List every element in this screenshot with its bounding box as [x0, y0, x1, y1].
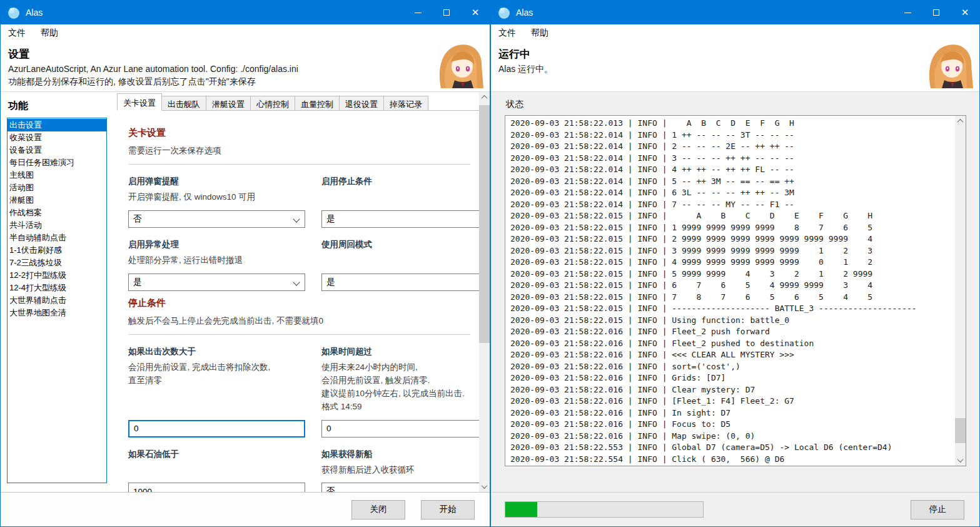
maximize-button[interactable] — [432, 1, 461, 24]
stop-button[interactable]: 停止 — [911, 500, 964, 519]
sidebar-item[interactable]: 7-2三战拣垃圾 — [8, 257, 106, 269]
section-heading: 关卡设置 — [128, 127, 470, 139]
sidebar-item[interactable]: 设备设置 — [8, 144, 106, 156]
field-description: 处理部分异常, 运行出错时撤退 — [128, 254, 305, 267]
tab-关卡设置[interactable]: 关卡设置 — [117, 93, 162, 111]
scroll-down-icon[interactable] — [479, 481, 490, 492]
minimize-button[interactable] — [893, 1, 922, 24]
settings-footer: 关闭 开始 — [1, 492, 490, 526]
maximize-icon — [933, 9, 939, 16]
close-button[interactable]: ✕ — [461, 1, 490, 24]
field-启用弹窗提醒: 启用弹窗提醒开启弹窗提醒, 仅 windows10 可用否 — [128, 176, 305, 228]
window-title: Alas — [26, 8, 403, 18]
maximize-icon — [443, 9, 450, 16]
dropdown-select[interactable]: 否 — [128, 210, 305, 228]
field-description: 开启弹窗提醒, 仅 windows10 可用 — [128, 191, 305, 204]
tab-心情控制[interactable]: 心情控制 — [251, 96, 295, 111]
window-title: Alas — [516, 8, 893, 18]
menu-item-文件[interactable]: 文件 — [8, 28, 26, 39]
settings-tabbar: 关卡设置出击舰队潜艇设置心情控制血量控制退役设置掉落记录 — [117, 93, 479, 111]
scroll-up-icon[interactable] — [479, 92, 490, 103]
scrollbar-thumb[interactable] — [479, 105, 490, 343]
settings-panel: 关卡设置需要运行一次来保存选项启用弹窗提醒开启弹窗提醒, 仅 windows10… — [117, 111, 479, 492]
field-label: 启用停止条件 — [321, 176, 479, 187]
tab-退役设置[interactable]: 退役设置 — [340, 96, 384, 111]
minimize-icon — [415, 13, 422, 13]
log-output[interactable]: 2020-09-03 21:58:22.013 | INFO | A B C D… — [505, 116, 955, 466]
settings-main: 关卡设置出击舰队潜艇设置心情控制血量控制退役设置掉落记录 关卡设置需要运行一次来… — [112, 92, 479, 492]
field-row: 如果石油低于1000如果获得新船获得新船后进入收获循环否 — [128, 449, 470, 492]
dropdown-select[interactable]: 否 — [321, 483, 479, 492]
field-label: 如果石油低于 — [128, 449, 305, 460]
function-sidebar: 功能 出击设置收菜设置设备设置每日任务困难演习主线图活动图潜艇图作战档案共斗活动… — [1, 92, 112, 492]
settings-scrollbar[interactable] — [479, 92, 490, 492]
minimize-button[interactable] — [403, 1, 432, 24]
avatar — [437, 44, 485, 88]
sidebar-item[interactable]: 潜艇图 — [8, 194, 106, 207]
sidebar-item[interactable]: 1-1伏击刷好感 — [8, 244, 106, 257]
tab-掉落记录[interactable]: 掉落记录 — [384, 96, 428, 111]
page-title: 设置 — [8, 47, 490, 61]
alas-logo-icon — [7, 6, 21, 19]
log-scrollbar[interactable] — [955, 116, 966, 466]
chevron-down-icon — [293, 279, 300, 285]
field-如果获得新船: 如果获得新船获得新船后进入收获循环否 — [321, 449, 479, 492]
sidebar-title: 功能 — [8, 100, 112, 113]
text-input[interactable]: 0 — [321, 420, 479, 437]
field-启用停止条件: 启用停止条件是 — [321, 176, 479, 228]
close-window-button[interactable]: 关闭 — [351, 500, 405, 519]
runner-body: 状态 2020-09-03 21:58:22.013 | INFO | A B … — [491, 92, 979, 492]
field-如果时间超过: 如果时间超过使用未来24小时内的时间, 会沿用先前设置, 触发后清零. 建议提前… — [321, 346, 479, 437]
tab-血量控制[interactable]: 血量控制 — [295, 96, 340, 111]
section-description: 需要运行一次来保存选项 — [128, 145, 470, 156]
runner-titlebar: Alas ✕ — [491, 1, 979, 24]
field-如果石油低于: 如果石油低于1000 — [128, 449, 305, 492]
settings-menubar: 文件帮助 — [1, 24, 490, 42]
field-description: 获得新船后进入收获循环 — [321, 464, 479, 477]
alas-logo-icon — [497, 6, 511, 19]
text-input[interactable]: 1000 — [128, 483, 305, 492]
scrollbar-thumb[interactable] — [955, 418, 966, 443]
sidebar-item[interactable]: 活动图 — [8, 182, 106, 194]
scroll-up-icon[interactable] — [955, 116, 966, 126]
settings-body: 功能 出击设置收菜设置设备设置每日任务困难演习主线图活动图潜艇图作战档案共斗活动… — [1, 92, 490, 492]
settings-window: Alas ✕ 文件帮助 设置 AzurLaneAutoScript, An Az… — [0, 0, 490, 527]
sidebar-item[interactable]: 作战档案 — [8, 207, 106, 219]
sidebar-item[interactable]: 大世界辅助点击 — [8, 294, 106, 307]
text-input[interactable]: 0 — [128, 420, 305, 437]
close-button[interactable]: ✕ — [951, 1, 979, 24]
sidebar-item[interactable]: 共斗活动 — [8, 219, 106, 232]
section-divider — [128, 334, 470, 335]
sidebar-item[interactable]: 12-2打中型练级 — [8, 269, 106, 282]
section-divider — [128, 164, 470, 165]
scroll-down-icon[interactable] — [955, 455, 966, 466]
minimize-icon — [904, 13, 911, 13]
sidebar-item[interactable]: 大世界地图全清 — [8, 307, 106, 319]
sidebar-item[interactable]: 出击设置 — [8, 119, 106, 131]
dropdown-select[interactable]: 是 — [128, 274, 305, 291]
menu-item-帮助[interactable]: 帮助 — [531, 28, 548, 39]
section-description: 触发后不会马上停止会先完成当前出击, 不需要就填0 — [128, 315, 470, 327]
maximize-button[interactable] — [922, 1, 951, 24]
page-title: 运行中 — [498, 47, 979, 61]
sidebar-item[interactable]: 半自动辅助点击 — [8, 232, 106, 244]
tab-潜艇设置[interactable]: 潜艇设置 — [206, 96, 251, 111]
field-control-wrap: 否 — [321, 476, 479, 492]
progress-bar — [505, 501, 704, 518]
field-使用周回模式: 使用周回模式是 — [321, 239, 479, 291]
start-button[interactable]: 开始 — [421, 500, 475, 519]
runner-window: Alas ✕ 文件帮助 运行中 Alas 运行中。 — [490, 0, 980, 527]
sidebar-item[interactable]: 12-4打大型练级 — [8, 282, 106, 294]
dropdown-select[interactable]: 是 — [321, 210, 479, 228]
sidebar-item[interactable]: 主线图 — [8, 169, 106, 182]
menu-item-文件[interactable]: 文件 — [498, 28, 516, 39]
menu-item-帮助[interactable]: 帮助 — [41, 28, 58, 39]
field-control-wrap: 1000 — [128, 476, 305, 492]
dropdown-select[interactable]: 是 — [321, 274, 479, 291]
settings-header: 设置 AzurLaneAutoScript, An Azur Lane auto… — [1, 42, 490, 92]
sidebar-item[interactable]: 收菜设置 — [8, 131, 106, 144]
field-control-wrap: 是 — [321, 204, 479, 228]
tab-出击舰队[interactable]: 出击舰队 — [162, 96, 206, 111]
sidebar-item[interactable]: 每日任务困难演习 — [8, 156, 106, 169]
progress-fill — [505, 502, 537, 517]
